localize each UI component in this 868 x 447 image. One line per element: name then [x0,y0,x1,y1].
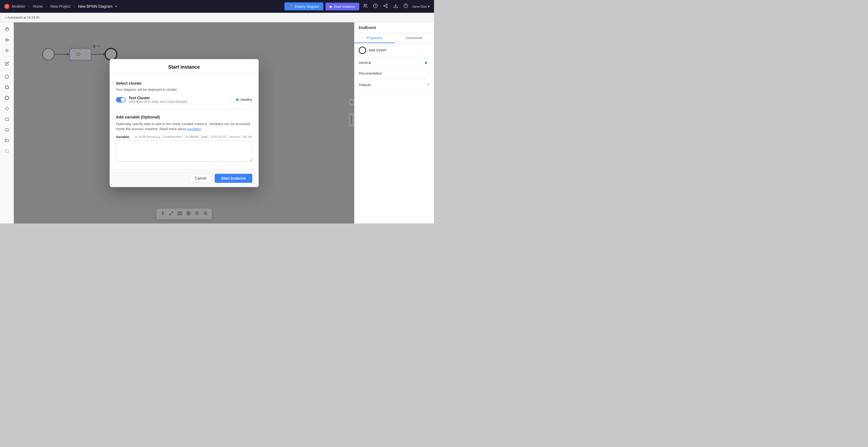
pool-button[interactable] [2,136,12,145]
gateway-button[interactable] [2,104,12,113]
end-event-button[interactable] [2,93,12,103]
autosaved-check-icon: ✓ [4,15,7,20]
svg-line-5 [385,6,386,7]
download-icon-button[interactable] [392,2,400,11]
section-documentation-label: Documentation [359,71,382,75]
history-icon-button[interactable] [371,2,379,11]
right-panel-title: EndEvent [354,22,434,33]
variable-label-text: Variable [116,135,129,139]
canvas-area[interactable]: 💬 🗑 ✂ [14,22,354,224]
svg-marker-17 [5,107,8,110]
right-panel: EndEvent Properties Comments END EVENT G… [354,22,434,224]
modal-header: Start instance [110,59,259,74]
variable-hint: in JSON format e.g., {"orderNumber": "A1… [135,135,252,138]
general-arrow: › [429,61,430,65]
modal-body: Select cluster Your diagram will be depl… [110,74,259,169]
main-layout: 💬 🗑 ✂ [0,22,434,224]
adjust-tool-button[interactable] [2,46,12,55]
svg-point-13 [5,75,9,78]
left-toolbar [0,22,14,224]
section-general[interactable]: General › [354,58,434,68]
breadcrumb-home[interactable]: Home [33,4,42,8]
end-event-icon [359,46,366,54]
documentation-arrow: › [429,71,430,75]
end-event-text: END EVENT [369,49,386,52]
modal-overlay[interactable]: Start instance Select cluster Your diagr… [14,22,354,224]
cluster-section-title: Select cluster [116,81,252,86]
section-documentation[interactable]: Documentation › [354,68,434,79]
outputs-add-icon[interactable]: + [427,82,430,88]
cluster-subtitle: Your diagram will be deployed in cluster… [116,88,252,92]
tool-divider-1 [3,57,11,57]
tab-comments[interactable]: Comments [394,33,434,43]
play-icon: ▶ [330,4,332,8]
user-dropdown-icon: ▾ [428,4,430,8]
hand-tool-button[interactable] [2,25,12,34]
breadcrumb-sep-3: › [74,4,75,8]
svg-rect-18 [5,118,8,121]
user-menu[interactable]: Jane Doe ▾ [412,4,430,8]
variables-link[interactable]: variables [187,127,201,131]
tool-divider-2 [3,70,11,70]
event-tool-button[interactable] [2,72,12,82]
task-button[interactable] [2,115,12,124]
section-outputs[interactable]: Outputs + [354,79,434,91]
svg-point-2 [386,4,388,5]
svg-point-3 [384,5,385,6]
variable-desc-text: Optionally specify data to add to the ne… [116,122,250,131]
help-icon-button[interactable] [402,2,410,11]
svg-line-6 [385,4,386,5]
breadcrumb-sep-2: › [46,4,48,8]
section-outputs-label: Outputs [359,83,371,87]
section-general-label: General [359,61,371,65]
svg-point-0 [364,4,366,6]
general-dot [425,62,427,64]
rocket-icon: 🚀 [289,4,293,8]
start-instance-label-top: Start instance [334,4,355,8]
cancel-button[interactable]: Cancel [189,174,212,183]
variable-section-title: Add variable (Optional) [116,115,252,119]
app-name: Modeler [12,4,25,8]
modal-footer: Cancel Start instance [110,169,259,187]
right-panel-tabs: Properties Comments [354,33,434,43]
svg-point-16 [5,96,9,100]
autosaved-label: Autosaved at 18:24:30 [7,16,39,20]
variable-textarea[interactable] [116,140,252,162]
subprocess-button[interactable] [2,125,12,135]
app-logo: C [4,4,9,9]
selection-button[interactable] [2,146,12,156]
svg-point-15 [5,86,8,89]
start-instance-modal: Start instance Select cluster Your diagr… [110,59,259,187]
start-instance-button[interactable]: Start instance [215,174,252,183]
cluster-toggle[interactable] [116,97,126,102]
breadcrumb-diagram[interactable]: New BPMN Diagram [78,4,112,8]
cluster-status: Healthy [236,98,252,102]
users-icon-button[interactable] [361,2,369,11]
toggle-knob [121,98,125,102]
modal-title: Start instance [116,64,252,70]
end-event-label: END EVENT [354,43,434,58]
intermediate-event-button[interactable] [2,83,12,92]
variable-description: Optionally specify data to add to the ne… [116,121,252,132]
secondbar: ✓ Autosaved at 18:24:30 [0,13,434,22]
breadcrumb-sep-1: › [28,4,30,8]
share-icon-button[interactable] [381,2,390,11]
breadcrumb-project[interactable]: New Project [50,4,70,8]
cluster-info: Test Cluster 908199ee-525c-456c-af22-020… [129,96,188,104]
svg-rect-24 [5,150,8,153]
start-instance-button-top[interactable]: ▶ Start instance [326,3,360,10]
deploy-diagram-button[interactable]: 🚀 Deploy diagram [284,2,323,10]
move-tool-button[interactable] [2,35,12,45]
pencil-tool-button[interactable] [2,59,12,68]
modal-divider [116,109,252,109]
tab-properties[interactable]: Properties [354,33,394,43]
user-name: Jane Doe [412,4,427,8]
cluster-status-text: Healthy [240,98,252,102]
cluster-name: Test Cluster [129,96,188,100]
deploy-label: Deploy diagram [295,4,319,8]
cluster-status-dot [236,98,239,101]
breadcrumb-dropdown-icon[interactable]: ▾ [115,4,117,8]
cluster-id: 908199ee-525c-456c-af22-020a7f653b01 [129,100,188,104]
svg-rect-22 [5,139,8,142]
topbar-actions: 🚀 Deploy diagram ▶ Start instance Jane D… [284,2,430,11]
